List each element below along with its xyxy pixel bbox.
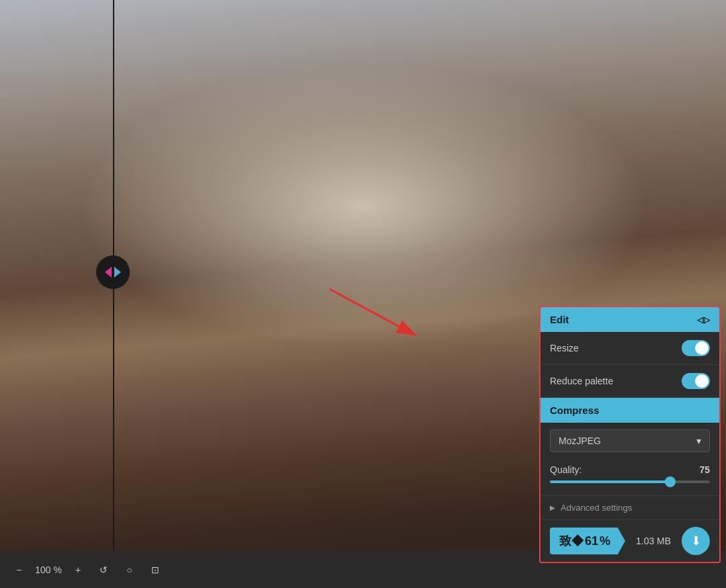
advanced-chevron-icon: ▶ <box>550 504 555 511</box>
format-selected-label: MozJPEG <box>559 435 601 446</box>
edit-chevron-icon <box>697 315 710 325</box>
compress-header-label: Compress <box>550 405 599 416</box>
reduce-palette-row: Reduce palette <box>540 365 719 398</box>
save-badge-percent: 61 <box>585 534 598 548</box>
settings-panel: Edit Resize Reduce palette Compress MozJ… <box>539 306 721 563</box>
quality-section: Quality: 75 <box>540 459 719 495</box>
comparison-divider-handle[interactable] <box>96 255 130 289</box>
zoom-value: 100 <box>35 564 50 575</box>
minus-icon <box>16 564 22 575</box>
reduce-palette-toggle[interactable] <box>682 373 710 389</box>
quality-slider-fill <box>550 480 670 483</box>
advanced-settings-row[interactable]: ▶ Advanced settings <box>540 495 719 519</box>
zoom-display: 100 % <box>35 564 62 575</box>
rotate-icon: ↺ <box>99 564 108 575</box>
zoom-in-button[interactable] <box>70 562 86 578</box>
save-badge-prefix: 致◆ <box>559 533 583 549</box>
save-badge-suffix: % <box>600 534 610 548</box>
edit-header-label: Edit <box>550 314 569 325</box>
crop-icon: ⊡ <box>151 564 159 575</box>
advanced-settings-label: Advanced settings <box>561 503 632 513</box>
circle-icon: ○ <box>126 564 132 575</box>
zoom-out-button[interactable] <box>11 562 27 578</box>
reset-button[interactable]: ○ <box>121 562 137 578</box>
plus-icon <box>75 564 81 575</box>
crop-button[interactable]: ⊡ <box>146 562 165 578</box>
edit-section-header[interactable]: Edit <box>540 307 719 332</box>
quality-label: Quality: <box>550 464 581 475</box>
resize-toggle[interactable] <box>682 340 710 356</box>
zoom-unit: % <box>54 564 62 575</box>
reduce-palette-label: Reduce palette <box>550 376 613 386</box>
panel-bottom-row: 致◆ 61 % 1.03 MB ⬇ <box>540 519 719 562</box>
download-icon: ⬇ <box>691 534 701 548</box>
format-dropdown[interactable]: MozJPEG ▾ <box>550 429 710 452</box>
resize-label: Resize <box>550 343 579 353</box>
rotate-button[interactable]: ↺ <box>94 562 113 578</box>
compress-section-header: Compress <box>540 398 719 423</box>
file-size-label: 1.03 MB <box>636 536 671 546</box>
quality-value: 75 <box>699 464 710 475</box>
download-button[interactable]: ⬇ <box>682 527 710 555</box>
resize-row: Resize <box>540 332 719 365</box>
dropdown-chevron-icon: ▾ <box>696 435 701 446</box>
save-badge: 致◆ 61 % <box>550 528 625 554</box>
quality-slider-track[interactable] <box>550 480 710 483</box>
quality-slider-thumb[interactable] <box>665 476 676 487</box>
